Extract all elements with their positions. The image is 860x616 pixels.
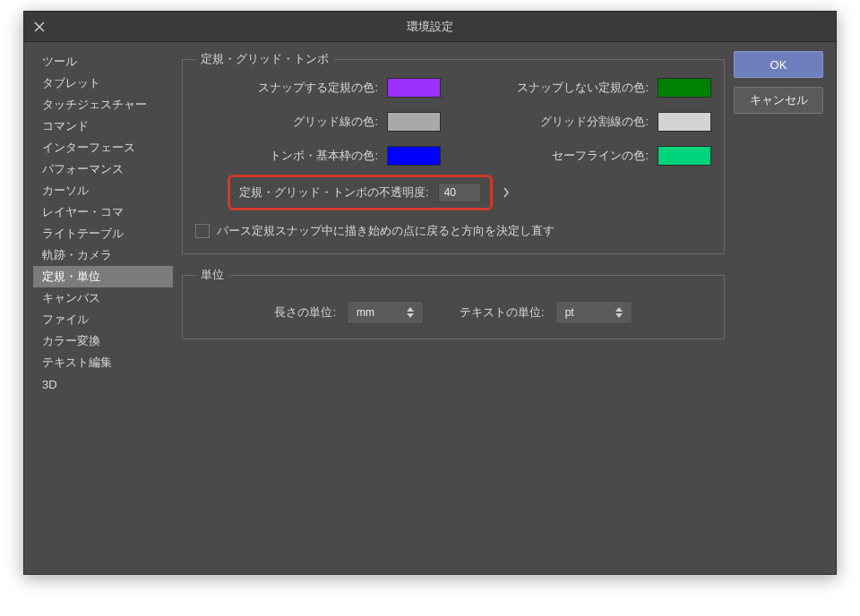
sidebar-item-layer[interactable]: レイヤー・コマ: [33, 201, 173, 223]
cancel-button[interactable]: キャンセル: [734, 87, 823, 114]
safeline-color-well[interactable]: [658, 146, 711, 166]
sidebar-item-tablet[interactable]: タブレット: [33, 73, 173, 94]
sidebar-item-text[interactable]: テキスト編集: [33, 352, 173, 373]
chevron-right-icon[interactable]: [500, 187, 512, 198]
text-unit-select[interactable]: pt: [555, 301, 632, 324]
sidebar-item-trace[interactable]: 軌跡・カメラ: [33, 244, 173, 266]
length-unit-select[interactable]: mm: [347, 301, 424, 324]
rulers-grid-crop-group: 定規・グリッド・トンボ スナップする定規の色: スナップしない定規の色:: [182, 51, 725, 254]
rulers-legend: 定規・グリッド・トンボ: [195, 51, 334, 67]
window-title: 環境設定: [24, 19, 836, 35]
titlebar: 環境設定: [24, 12, 836, 42]
safeline-color-label: セーフラインの色:: [466, 148, 649, 164]
sidebar-item-3d[interactable]: 3D: [33, 373, 173, 395]
text-unit-label: テキストの単位:: [460, 304, 545, 321]
sidebar-item-performance[interactable]: パフォーマンス: [33, 158, 173, 180]
nosnap-color-well[interactable]: [658, 78, 711, 98]
length-unit-value: mm: [357, 306, 374, 319]
subgrid-color-well[interactable]: [658, 112, 711, 132]
crop-color-well[interactable]: [387, 146, 441, 166]
sidebar-item-command[interactable]: コマンド: [33, 116, 173, 137]
sidebar-item-color[interactable]: カラー変換: [33, 330, 173, 352]
ok-button[interactable]: OK: [734, 51, 823, 78]
snap-color-label: スナップする定規の色:: [195, 80, 378, 96]
preferences-window: 環境設定 ツール タブレット タッチジェスチャー コマンド インターフェース パ…: [23, 11, 837, 575]
sidebar-item-tool[interactable]: ツール: [33, 51, 173, 73]
sidebar-item-ruler-unit[interactable]: 定規・単位: [33, 266, 173, 287]
sidebar-item-interface[interactable]: インターフェース: [33, 137, 173, 158]
gridline-color-label: グリッド線の色:: [195, 114, 378, 130]
subgrid-color-label: グリッド分割線の色:: [466, 114, 649, 130]
spinner-icon: [615, 302, 628, 323]
opacity-input[interactable]: 40: [438, 183, 481, 202]
nosnap-color-label: スナップしない定規の色:: [466, 80, 649, 96]
sidebar-item-lighttable[interactable]: ライトテーブル: [33, 223, 173, 244]
sidebar-item-canvas[interactable]: キャンバス: [33, 287, 173, 309]
text-unit-value: pt: [565, 306, 574, 319]
units-group: 単位 長さの単位: mm テキストの単位:: [182, 267, 725, 339]
perspective-snap-checkbox[interactable]: [195, 224, 210, 238]
opacity-label: 定規・グリッド・トンボの不透明度:: [239, 184, 429, 201]
sidebar-item-touch[interactable]: タッチジェスチャー: [33, 94, 173, 116]
gridline-color-well[interactable]: [387, 112, 441, 132]
opacity-highlight: 定規・グリッド・トンボの不透明度: 40: [228, 175, 493, 210]
length-unit-label: 長さの単位:: [274, 304, 336, 321]
spinner-icon: [407, 302, 419, 323]
crop-color-label: トンボ・基本枠の色:: [195, 148, 378, 164]
units-legend: 単位: [195, 267, 229, 283]
snap-color-well[interactable]: [387, 78, 441, 98]
sidebar-item-cursor[interactable]: カーソル: [33, 180, 173, 201]
sidebar: ツール タブレット タッチジェスチャー コマンド インターフェース パフォーマン…: [33, 51, 173, 561]
perspective-snap-label: パース定規スナップ中に描き始めの点に戻ると方向を決定し直す: [217, 223, 555, 239]
sidebar-item-file[interactable]: ファイル: [33, 309, 173, 330]
